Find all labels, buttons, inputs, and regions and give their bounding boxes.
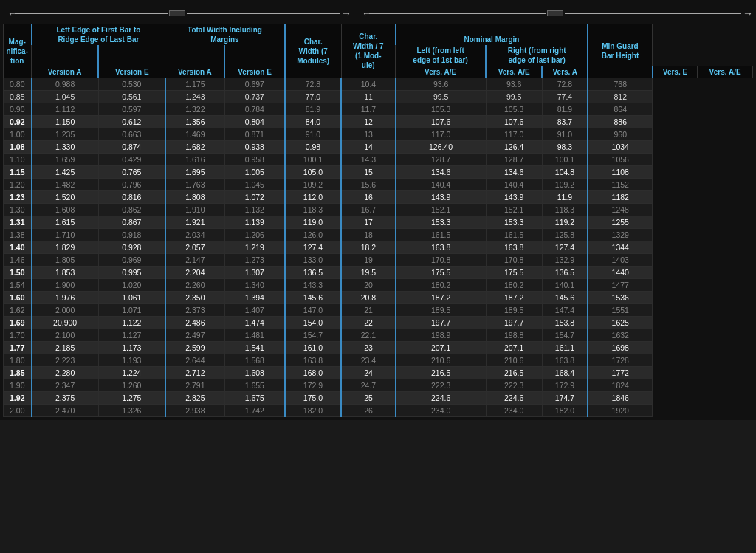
data-cell: 1625	[588, 317, 652, 329]
table-row: 1.231.5200.8161.8081.072112.016143.9143.…	[4, 191, 753, 204]
table-row: 1.902.3471.2602.7911.655172.924.7222.322…	[4, 379, 753, 392]
data-cell: 117.0	[396, 128, 486, 141]
data-cell: 1.659	[32, 154, 99, 166]
data-cell: 128.7	[396, 154, 486, 166]
data-cell: 147.4	[542, 304, 588, 317]
data-cell: 2.375	[32, 392, 99, 405]
data-cell: 1536	[588, 292, 652, 304]
data-cell: 1248	[588, 204, 652, 216]
data-cell: 1034	[588, 141, 652, 154]
data-cell: 11	[341, 91, 395, 103]
data-cell: 15	[341, 166, 395, 179]
data-cell: 0.784	[224, 103, 284, 116]
table-row: 1.301.6080.8621.9101.132118.316.7152.115…	[4, 204, 753, 216]
data-cell: 210.6	[486, 354, 542, 367]
data-cell: 2.100	[32, 329, 99, 342]
data-cell: 0.429	[98, 154, 165, 166]
data-cell: 107.6	[486, 116, 542, 128]
data-cell: 84.0	[285, 116, 342, 128]
data-cell: 127.4	[542, 241, 588, 254]
data-cell: 2.825	[165, 392, 225, 405]
left-ver-e-header	[98, 45, 165, 66]
data-cell: 2.280	[32, 367, 99, 379]
table-row: 0.901.1120.5971.3220.78481.911.7105.3105…	[4, 103, 753, 116]
data-cell: 107.6	[396, 116, 486, 128]
table-row: 1.401.8290.9282.0571.219127.418.2163.816…	[4, 241, 753, 254]
data-cell: 2.185	[32, 342, 99, 354]
data-cell: 1.608	[224, 367, 284, 379]
data-cell: 170.8	[486, 254, 542, 267]
data-cell: 1.326	[98, 405, 165, 417]
data-cell: 24	[341, 367, 395, 379]
mag-cell: 1.80	[4, 354, 32, 367]
data-cell: 234.0	[396, 405, 486, 417]
nom-left-header: Left (from leftedge of 1st bar)	[396, 45, 486, 66]
data-cell: 1.682	[165, 141, 225, 154]
data-cell: 161.5	[486, 229, 542, 241]
data-cell: 1824	[588, 379, 652, 392]
data-cell: 93.6	[486, 78, 542, 91]
data-cell: 960	[588, 128, 652, 141]
data-cell: 77.4	[542, 91, 588, 103]
data-cell: 145.6	[285, 292, 342, 304]
data-cell: 22.1	[341, 329, 395, 342]
data-cell: 2.712	[165, 367, 225, 379]
data-cell: 22	[341, 317, 395, 329]
table-row: 1.541.9001.0202.2601.340143.320180.2180.…	[4, 279, 753, 292]
data-cell: 224.6	[396, 392, 486, 405]
data-cell: 2.470	[32, 405, 99, 417]
data-cell: 0.597	[98, 103, 165, 116]
data-cell: 1182	[588, 191, 652, 204]
data-cell: 109.2	[285, 179, 342, 191]
data-cell: 143.3	[285, 279, 342, 292]
data-cell: 174.7	[542, 392, 588, 405]
data-cell: 99.5	[396, 91, 486, 103]
data-cell: 0.737	[224, 91, 284, 103]
data-cell: 143.9	[486, 191, 542, 204]
data-cell: 134.6	[486, 166, 542, 179]
mag-cell: 1.85	[4, 367, 32, 379]
mag-cell: 1.08	[4, 141, 32, 154]
data-cell: 1.520	[32, 191, 99, 204]
data-cell: 172.9	[285, 379, 342, 392]
data-cell: 163.8	[486, 241, 542, 254]
total-ver-a-header	[165, 45, 225, 66]
data-cell: 1.224	[98, 367, 165, 379]
data-cell: 72.8	[285, 78, 342, 91]
data-cell: 0.995	[98, 267, 165, 279]
data-cell: 198.9	[396, 329, 486, 342]
data-cell: 161.1	[542, 342, 588, 354]
mag-cell: 1.60	[4, 292, 32, 304]
data-cell: 0.969	[98, 254, 165, 267]
data-cell: 14	[341, 141, 395, 154]
mag-cell: 1.70	[4, 329, 32, 342]
data-cell: 216.5	[486, 367, 542, 379]
data-cell: 16.7	[341, 204, 395, 216]
table-row: 1.311.6150.8671.9211.139119.017153.3153.…	[4, 216, 753, 229]
mag-cell: 1.69	[4, 317, 32, 329]
data-cell: 864	[588, 103, 652, 116]
data-cell: 72.8	[542, 78, 588, 91]
data-cell: 1.173	[98, 342, 165, 354]
data-cell: 98.3	[542, 141, 588, 154]
data-cell: 1.541	[224, 342, 284, 354]
data-cell: 10.4	[341, 78, 395, 91]
data-cell: 18	[341, 229, 395, 241]
data-cell: 24.7	[341, 379, 395, 392]
data-cell: 153.8	[542, 317, 588, 329]
table-row: 1.201.4820.7961.7631.045109.215.6140.414…	[4, 179, 753, 191]
data-cell: 119.2	[542, 216, 588, 229]
table-row: 1.501.8530.9952.2041.307136.519.5175.517…	[4, 267, 753, 279]
mag-cell: 1.62	[4, 304, 32, 317]
dim-inches-label	[169, 10, 185, 16]
mag-cell: 1.00	[4, 128, 32, 141]
total-width-header: Total Width IncludingMargins	[165, 24, 285, 46]
data-cell: 140.1	[542, 279, 588, 292]
data-cell: 19.5	[341, 267, 395, 279]
data-cell: 0.804	[224, 116, 284, 128]
mag-cell: 0.80	[4, 78, 32, 91]
data-cell: 1.127	[98, 329, 165, 342]
char-width-7-header: Char.Width (7Modules)	[285, 24, 342, 78]
data-cell: 2.147	[165, 254, 225, 267]
data-cell: 105.0	[285, 166, 342, 179]
